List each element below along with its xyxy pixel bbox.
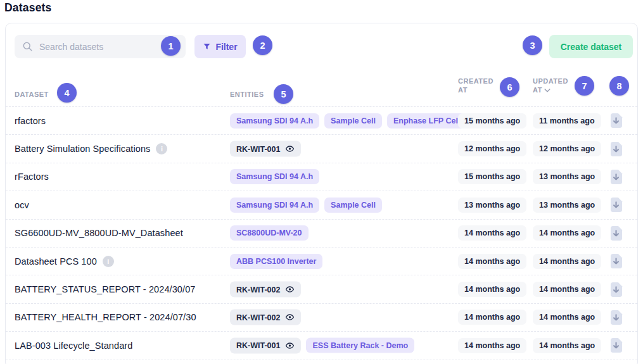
table-row[interactable]: ocvSamsung SDI 94 A.hSample Cell13 month… (6, 191, 637, 219)
dataset-name-cell: Battery Simulation Specificationsi (15, 143, 167, 154)
dataset-name[interactable]: SG6600UD-MV_8800UD-MV_Datasheet (15, 228, 183, 238)
updated-at-cell: 14 months ago (533, 338, 601, 353)
updated-at-cell: 13 months ago (533, 169, 601, 184)
dataset-name[interactable]: Datasheet PCS 100 (15, 256, 97, 267)
created-at-cell: 12 months ago (458, 141, 526, 156)
created-at-value: 14 months ago (458, 338, 526, 353)
entity-label: ABB PCS100 Inverter (236, 257, 316, 266)
annotation-badge-8: 8 (609, 76, 629, 96)
info-icon[interactable]: i (156, 143, 167, 154)
datasets-page: Datasets Search datasets Filter Create d… (0, 0, 643, 364)
datasets-table-body: rfactorsSamsung SDI 94 A.hSample CellEnp… (6, 106, 637, 360)
info-icon[interactable]: i (103, 256, 114, 267)
eye-icon[interactable] (285, 285, 295, 294)
table-row[interactable]: Battery Simulation SpecificationsiRK-WIT… (6, 135, 637, 163)
updated-at-cell: 14 months ago (533, 310, 601, 325)
create-dataset-button[interactable]: Create dataset (549, 35, 633, 58)
updated-at-value: 14 months ago (533, 310, 601, 325)
actions-cell (608, 280, 624, 298)
table-row[interactable]: rFactorsSamsung SDI 94 A.h15 months ago1… (6, 163, 637, 191)
dataset-name-cell: BATTERY_STATUS_REPORT - 2024/30/07 (15, 284, 195, 294)
table-row[interactable]: Datasheet PCS 100iABB PCS100 Inverter14 … (6, 248, 637, 275)
file-download-icon (609, 282, 623, 298)
file-download-icon (609, 253, 623, 269)
entity-pill[interactable]: ABB PCS100 Inverter (230, 254, 322, 269)
download-dataset-button[interactable] (608, 253, 624, 270)
entities-cell: RK-WIT-001ESS Battery Rack - Demo (230, 337, 414, 353)
dataset-name[interactable]: LAB-003 Lifecycle_Standard (15, 341, 132, 351)
eye-icon[interactable] (285, 144, 295, 154)
dataset-name[interactable]: BATTERY_HEALTH_REPORT - 2024/07/30 (15, 312, 196, 322)
created-at-cell: 13 months ago (458, 198, 526, 213)
entity-pill[interactable]: Enphase LFP Cell (387, 113, 466, 129)
download-dataset-button[interactable] (608, 280, 624, 298)
create-dataset-label: Create dataset (561, 42, 622, 52)
dataset-name-cell: Datasheet PCS 100i (15, 256, 114, 267)
search-input[interactable]: Search datasets (15, 35, 186, 58)
page-title: Datasets (4, 1, 52, 15)
file-download-icon (609, 337, 623, 353)
created-at-cell: 15 months ago (458, 169, 526, 184)
dataset-name[interactable]: BATTERY_STATUS_REPORT - 2024/30/07 (15, 284, 195, 294)
entities-cell: Samsung SDI 94 A.h (230, 169, 319, 184)
actions-cell (608, 168, 624, 185)
file-download-icon (609, 310, 623, 325)
filter-button[interactable]: Filter (194, 35, 246, 58)
download-dataset-button[interactable] (608, 224, 624, 242)
table-row[interactable]: BATTERY_HEALTH_REPORT - 2024/07/30RK-WIT… (6, 304, 637, 332)
entity-pill[interactable]: Samsung SDI 94 A.h (230, 198, 319, 213)
table-row[interactable]: rfactorsSamsung SDI 94 A.hSample CellEnp… (6, 107, 637, 135)
dataset-name-cell: LAB-003 Lifecycle_Standard (15, 341, 132, 351)
updated-at-cell: 11 months ago (533, 113, 601, 129)
entity-pill[interactable]: Sample Cell (324, 113, 382, 129)
dataset-name[interactable]: Battery Simulation Specifications (15, 144, 150, 154)
entity-label: RK-WIT-002 (236, 313, 280, 322)
entities-cell: RK-WIT-002 (230, 310, 301, 325)
dataset-name[interactable]: rFactors (15, 172, 49, 182)
column-header-updated-at[interactable]: UPDATED AT (533, 77, 577, 95)
entity-label: RK-WIT-001 (236, 341, 280, 350)
actions-cell (608, 140, 624, 158)
download-dataset-button[interactable] (608, 308, 624, 326)
entity-label: Samsung SDI 94 A.h (236, 172, 313, 181)
entity-pill[interactable]: RK-WIT-002 (230, 310, 301, 325)
entity-pill[interactable]: SC8800UD-MV-20 (230, 225, 309, 241)
table-row[interactable]: LAB-003 Lifecycle_StandardRK-WIT-001ESS … (6, 332, 637, 360)
entity-pill[interactable]: Sample Cell (324, 198, 382, 213)
annotation-badge-1: 1 (161, 36, 181, 56)
updated-at-cell: 12 months ago (533, 141, 601, 156)
entities-cell: RK-WIT-002 (230, 282, 301, 298)
actions-cell (608, 224, 624, 242)
download-dataset-button[interactable] (608, 140, 624, 158)
dataset-name[interactable]: ocv (15, 200, 29, 210)
column-header-created-at: CREATED AT (458, 77, 499, 94)
entity-pill[interactable]: Samsung SDI 94 A.h (230, 169, 319, 184)
created-at-value: 12 months ago (458, 141, 526, 156)
download-dataset-button[interactable] (608, 112, 624, 130)
table-row[interactable]: BATTERY_STATUS_REPORT - 2024/30/07RK-WIT… (6, 275, 637, 303)
dataset-name[interactable]: rfactors (15, 116, 46, 126)
updated-at-cell: 14 months ago (533, 225, 601, 241)
updated-at-value: 13 months ago (533, 169, 601, 184)
entity-pill[interactable]: RK-WIT-001 (230, 337, 301, 353)
created-at-value: 14 months ago (458, 282, 526, 297)
download-dataset-button[interactable] (608, 337, 624, 355)
sort-chevron-down-icon (544, 87, 551, 96)
entities-cell: Samsung SDI 94 A.hSample Cell (230, 198, 382, 213)
annotation-badge-2: 2 (253, 35, 272, 55)
eye-icon[interactable] (285, 341, 295, 350)
entities-cell: Samsung SDI 94 A.hSample CellEnphase LFP… (230, 113, 466, 129)
updated-at-value: 11 months ago (533, 113, 601, 129)
entity-pill[interactable]: RK-WIT-001 (230, 141, 301, 157)
entity-pill[interactable]: ESS Battery Rack - Demo (306, 338, 414, 353)
created-at-cell: 14 months ago (458, 225, 526, 241)
download-dataset-button[interactable] (608, 196, 624, 214)
table-row[interactable]: SG6600UD-MV_8800UD-MV_DatasheetSC8800UD-… (6, 220, 637, 248)
entity-pill[interactable]: Samsung SDI 94 A.h (230, 113, 319, 129)
entity-pill[interactable]: RK-WIT-002 (230, 282, 301, 298)
created-at-value: 14 months ago (458, 225, 526, 241)
eye-icon[interactable] (285, 313, 295, 322)
download-dataset-button[interactable] (608, 168, 624, 185)
created-at-cell: 14 months ago (458, 310, 526, 325)
entity-label: ESS Battery Rack - Demo (312, 341, 408, 350)
